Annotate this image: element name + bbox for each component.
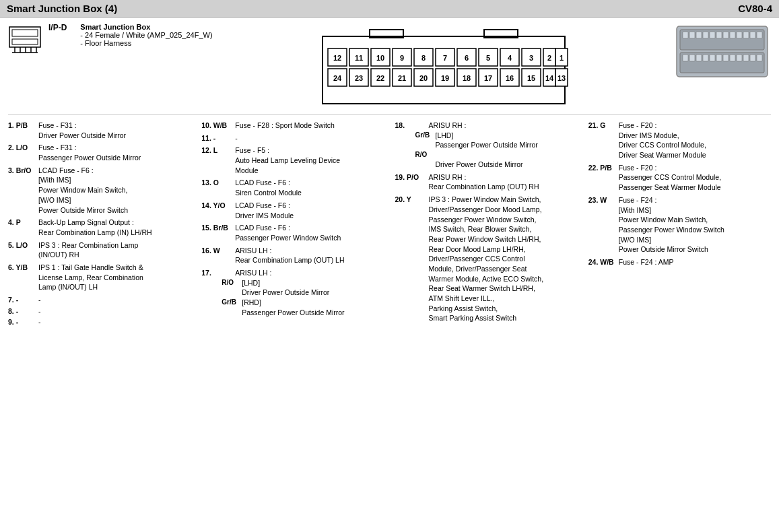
- svg-text:17: 17: [483, 74, 492, 82]
- pin-2-sub: Passenger Power Outside Mirror: [38, 153, 191, 163]
- pin-21-desc: Fuse - F20 :: [619, 121, 657, 131]
- pin-12-sub1: Auto Head Lamp Leveling Device: [235, 156, 384, 166]
- svg-rect-65: [696, 32, 702, 38]
- pin-9-desc: -: [38, 317, 41, 327]
- pin-2: 2. L/O Fuse - F31 : Passenger Power Outs…: [8, 143, 191, 162]
- pin-23-num: 23. W: [588, 195, 619, 205]
- svg-text:6: 6: [464, 54, 468, 62]
- svg-rect-67: [710, 32, 715, 38]
- pin-19: 19. P/O ARISU RH : Rear Combination Lamp…: [395, 172, 578, 192]
- pin-23-sub1: [With IMS]: [619, 205, 771, 215]
- pin-1-num: 1. P/B: [8, 121, 38, 131]
- svg-text:9: 9: [399, 54, 403, 62]
- pin-15-desc: LCAD Fuse - F6 :: [235, 223, 290, 233]
- pin-20-sub8: Warmer Module, Active ECO Switch,: [429, 274, 578, 284]
- svg-rect-80: [716, 55, 722, 61]
- pin-9-num: 9. -: [8, 317, 38, 327]
- svg-text:8: 8: [421, 54, 425, 62]
- pin-20-sub7: Module, Driver/Passenger Seat: [429, 264, 578, 274]
- pin-13-num: 13. O: [201, 178, 235, 188]
- connector-info-section: I/P-D Smart Junction Box - 24 Female / W…: [8, 23, 224, 110]
- pin-12-sub2: Module: [235, 166, 384, 176]
- pin-20-sub11: Parking Assist Switch,: [429, 304, 578, 314]
- svg-rect-79: [710, 55, 715, 61]
- pin-7-num: 7. -: [8, 295, 38, 305]
- pin-3-sub1: [With IMS]: [38, 175, 191, 185]
- pin-column-2: 10. W/B Fuse - F28 : Sport Mode Switch 1…: [201, 121, 384, 329]
- pin-1: 1. P/B Fuse - F31 : Driver Power Outside…: [8, 121, 191, 140]
- svg-text:24: 24: [333, 74, 341, 82]
- pin-11: 11. - -: [201, 133, 384, 143]
- svg-text:12: 12: [333, 54, 341, 62]
- pin-22-sub2: Passenger Seat Warmer Module: [619, 182, 771, 193]
- pin-14-num: 14. Y/O: [201, 201, 235, 211]
- pin-20-sub12: Smart Parking Assist Switch: [429, 313, 578, 323]
- pin-14: 14. Y/O LCAD Fuse - F6 : Driver IMS Modu…: [201, 201, 384, 220]
- connector-photo-area: [663, 23, 771, 110]
- pin-20-sub3: IMS Switch, Rear Blower Switch,: [429, 224, 578, 234]
- pin-6: 6. Y/B IPS 1 : Tail Gate Handle Switch &…: [8, 263, 191, 292]
- svg-text:15: 15: [527, 74, 535, 82]
- pin-17: 17. ARISU LH : R/O [LHD] Driver Power Ou…: [201, 268, 384, 317]
- pin-2-desc: Fuse - F31 :: [38, 143, 77, 153]
- pin-17-color-grb: Gr/B: [222, 298, 242, 308]
- svg-rect-68: [716, 32, 722, 38]
- svg-rect-78: [703, 55, 708, 61]
- pin-15-sub: Passenger Power Window Switch: [235, 233, 384, 243]
- page-code: CV80-4: [738, 3, 772, 14]
- pin-17-sub1: Driver Power Outside Mirror: [242, 288, 384, 298]
- svg-text:1: 1: [559, 54, 563, 62]
- pin-21-sub1: Driver IMS Module,: [619, 131, 771, 141]
- pin-23-sub3: Passenger Power Window Switch: [619, 225, 771, 235]
- svg-text:10: 10: [376, 54, 384, 62]
- pin-16: 16. W ARISU LH : Rear Combination Lamp (…: [201, 246, 384, 265]
- pin-5: 5. L/O IPS 3 : Rear Combination Lamp (IN…: [8, 240, 191, 260]
- pin-24: 24. W/B Fuse - F24 : AMP: [588, 257, 771, 267]
- pin-10-desc: Fuse - F28 : Sport Mode Switch: [235, 121, 335, 131]
- svg-rect-2: [12, 39, 38, 44]
- pin-20-sub10: ATM Shift Lever ILL.,: [429, 294, 578, 304]
- pin-23-desc: Fuse - F24 :: [619, 195, 657, 205]
- pin-column-3: 18. ARISU RH : Gr/B [LHD] Passenger Powe…: [395, 121, 578, 329]
- svg-text:4: 4: [507, 54, 512, 62]
- pin-20-sub9: Rear Seat Warmer Switch LH/RH,: [429, 284, 578, 294]
- pin-23-sub4: [W/O IMS]: [619, 235, 771, 245]
- svg-text:7: 7: [442, 54, 446, 62]
- connector-diagram-area: 12 11 10 9 8 7 6 5 4 3 2 1: [230, 23, 656, 110]
- pin-4: 4. P Back-Up Lamp Signal Output : Rear C…: [8, 218, 191, 237]
- pin-22-desc: Fuse - F20 :: [619, 163, 657, 173]
- svg-text:20: 20: [419, 74, 427, 82]
- pin-20-sub2: Passenger Power Window Switch,: [429, 215, 578, 225]
- pin-8-num: 8. -: [8, 306, 38, 317]
- svg-rect-70: [730, 32, 735, 38]
- pin-6-sub1: License Lamp, Rear Combination: [38, 273, 191, 283]
- pin-6-desc: IPS 1 : Tail Gate Handle Switch &: [38, 263, 143, 273]
- connector-spec2: - Floor Harness: [80, 39, 212, 47]
- pin-4-sub: Rear Combination Lamp (IN) LH/RH: [38, 228, 191, 238]
- svg-rect-83: [737, 55, 742, 61]
- pin-23-sub5: Power Outside Mirror Switch: [619, 244, 771, 255]
- pin-11-desc: -: [235, 133, 238, 143]
- pin-10: 10. W/B Fuse - F28 : Sport Mode Switch: [201, 121, 384, 131]
- svg-rect-63: [683, 32, 688, 38]
- pin-7-desc: -: [38, 295, 41, 305]
- pin-14-desc: LCAD Fuse - F6 :: [235, 201, 290, 211]
- svg-text:2: 2: [547, 54, 551, 62]
- pin-17-rhd: [RHD]: [242, 298, 261, 308]
- pin-18-blank: [415, 121, 429, 131]
- pin-column-1: 1. P/B Fuse - F31 : Driver Power Outside…: [8, 121, 191, 329]
- pin-18-desc: ARISU RH :: [429, 121, 467, 131]
- pin-4-desc: Back-Up Lamp Signal Output :: [38, 218, 134, 228]
- svg-rect-64: [689, 32, 695, 38]
- pin-20: 20. Y IPS 3 : Power Window Main Switch, …: [395, 195, 578, 323]
- pin-21-num: 21. G: [588, 121, 619, 131]
- pin-7: 7. - -: [8, 295, 191, 305]
- svg-rect-1: [12, 30, 38, 36]
- svg-rect-71: [737, 32, 742, 38]
- pin-18-lhd: [LHD]: [436, 131, 454, 141]
- pin-descriptions: 1. P/B Fuse - F31 : Driver Power Outside…: [0, 117, 779, 333]
- svg-text:23: 23: [354, 74, 362, 82]
- pin-8: 8. - -: [8, 306, 191, 317]
- pin-17-blank: [222, 268, 235, 278]
- pin-21-sub3: Driver Seat Warmer Module: [619, 150, 771, 160]
